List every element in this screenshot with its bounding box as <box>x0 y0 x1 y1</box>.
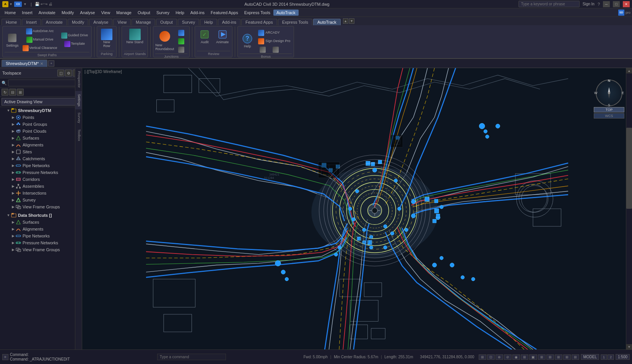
viewport-scrollbar[interactable]: ▲ ▼ <box>626 68 632 349</box>
tab-express[interactable]: Express Tools <box>278 19 312 25</box>
doc-tab-shrewsbury[interactable]: ShrewsburyDTM* ✕ <box>2 60 47 67</box>
tab-output[interactable]: Output <box>156 19 177 25</box>
tree-item-assemblies[interactable]: ▶ Assemblies <box>0 183 82 190</box>
side-tab-prospector[interactable]: Prospector <box>75 68 82 91</box>
menu-item-featured[interactable]: Featured Apps <box>208 10 241 16</box>
minimize-button[interactable]: ─ <box>603 1 610 7</box>
zoom-level[interactable]: 1:500 <box>616 354 630 360</box>
animate-button[interactable]: Animate <box>214 28 230 45</box>
tree-root-shrewsbury[interactable]: ▼ ShrewsburyDTM <box>0 107 82 114</box>
menu-item-modify[interactable]: Modify <box>58 10 77 16</box>
tab-featured[interactable]: Featured Apps <box>241 19 277 25</box>
menu-item-autotrack[interactable]: AutoTrack <box>273 10 299 16</box>
new-row-button[interactable]: NewRow <box>99 28 114 49</box>
layout-tab-2[interactable]: 2 <box>608 354 614 360</box>
tree-item-ds-pressure-networks[interactable]: ▶ Pressure Networks <box>0 239 82 246</box>
model-space-indicator[interactable]: MODEL <box>581 354 599 360</box>
menu-item-manage[interactable]: Manage <box>113 10 135 16</box>
tree-item-catchments[interactable]: ▶ Catchments <box>0 155 82 162</box>
arcady-button[interactable]: ARCADY <box>257 29 292 37</box>
tree-item-intersections[interactable]: ▶ Intersections <box>0 190 82 197</box>
menu-item-survey[interactable]: Survey <box>153 10 172 16</box>
tree-item-point-groups[interactable]: ▶ Point Groups <box>0 121 82 128</box>
tab-help[interactable]: Help <box>200 19 217 25</box>
toolspace-btn-2[interactable]: ⚙ <box>65 70 72 76</box>
compass-top-view[interactable]: TOP <box>594 107 624 112</box>
junction-btn-3[interactable] <box>175 46 187 54</box>
tab-view[interactable]: View <box>113 19 131 25</box>
side-tab-settings[interactable]: Settings <box>75 91 82 110</box>
menu-item-output[interactable]: Output <box>135 10 153 16</box>
tree-item-data-shortcuts[interactable]: ▼ Data Shortcuts [] <box>0 212 82 219</box>
vertical-clearance-button[interactable]: Vertical Clearance <box>21 44 59 52</box>
status-qp-btn[interactable]: ⊞ <box>563 354 571 360</box>
help-extra-1[interactable] <box>257 46 269 54</box>
tree-item-ds-alignments[interactable]: ▶ Alignments <box>0 226 82 232</box>
tab-analyse[interactable]: Analyse <box>89 19 112 25</box>
tree-item-pipe-networks[interactable]: ▶ Pipe Networks <box>0 162 82 169</box>
menu-item-home[interactable]: Home <box>2 10 19 16</box>
new-roundabout-button[interactable] <box>158 30 172 42</box>
status-otrack-btn[interactable]: ⊞ <box>521 354 528 360</box>
new-stand-button[interactable]: New Stand <box>125 28 145 45</box>
tab-manage[interactable]: Manage <box>132 19 155 25</box>
status-menu-button[interactable]: ≡ <box>2 354 8 360</box>
tree-item-sites[interactable]: ▶ Sites <box>0 148 82 155</box>
command-input[interactable] <box>157 354 226 360</box>
status-lw-btn[interactable]: ⊞ <box>546 354 554 360</box>
ts-collapse-btn[interactable]: ⊟ <box>9 89 16 96</box>
side-tab-survey[interactable]: Survey <box>75 109 82 126</box>
menu-item-addins[interactable]: Add-ins <box>187 10 208 16</box>
sign-design-pro-button[interactable]: Sign Design Pro <box>257 37 292 45</box>
tab-autotrack[interactable]: AutoTrack <box>313 19 341 25</box>
tree-item-points[interactable]: ▶ Points <box>0 114 82 121</box>
menu-item-analyse[interactable]: Analyse <box>77 10 98 16</box>
doc-tab-close[interactable]: ✕ <box>40 62 43 66</box>
audit-button[interactable]: ✓ Audit <box>197 28 212 45</box>
tab-annotate[interactable]: Annotate <box>42 19 67 25</box>
close-button[interactable]: ✕ <box>623 1 630 7</box>
new-tab-button[interactable]: + <box>48 60 54 67</box>
status-ortho-btn[interactable]: ⊕ <box>496 354 503 360</box>
tree-expander-root[interactable]: ▼ <box>6 109 11 112</box>
manual-drive-button[interactable]: Manual Drive <box>21 36 59 44</box>
menu-item-view[interactable]: View <box>98 10 113 16</box>
toolspace-search-input[interactable] <box>8 80 80 86</box>
tree-item-ds-surfaces[interactable]: ▶ Surfaces <box>0 219 82 226</box>
viewport[interactable]: [-][Top][3D Wireframe] <box>82 68 632 349</box>
tree-item-surfaces[interactable]: ▶ Surfaces <box>0 135 82 141</box>
status-dyn-btn[interactable]: ⊞ <box>538 354 546 360</box>
tab-home[interactable]: Home <box>2 19 21 25</box>
tab-insert[interactable]: Insert <box>22 19 41 25</box>
tree-item-view-frame-groups[interactable]: ▶ View Frame Groups <box>0 203 82 210</box>
menu-item-express[interactable]: Express Tools <box>241 10 273 16</box>
status-tp-btn[interactable]: ⊞ <box>555 354 562 360</box>
ts-refresh-btn[interactable]: ↻ <box>2 89 8 96</box>
tree-item-ds-pipe-networks[interactable]: ▶ Pipe Networks <box>0 232 82 239</box>
guided-drive-button[interactable]: Guided Drive <box>60 32 90 39</box>
tab-addins[interactable]: Add-ins <box>218 19 240 25</box>
status-grid-btn[interactable]: ⊡ <box>487 354 495 360</box>
tree-item-point-clouds[interactable]: ▶ Point Clouds <box>0 128 82 135</box>
autodrive-arc-button[interactable]: AutoDrive Arc <box>21 28 59 35</box>
help-extra-2[interactable] <box>270 46 282 54</box>
tree-item-corridors[interactable]: ▶ Corridors <box>0 176 82 183</box>
active-view-select[interactable]: Active Drawing View Master View Survey <box>2 98 80 106</box>
toolspace-btn-1[interactable]: ◫ <box>57 70 64 76</box>
settings-button[interactable]: Settings <box>5 31 20 49</box>
layout-tab-1[interactable]: 1 <box>601 354 607 360</box>
tab-modify[interactable]: Modify <box>68 19 88 25</box>
maximize-button[interactable]: □ <box>613 1 620 7</box>
menu-item-help[interactable]: Help <box>172 10 187 16</box>
junction-btn-1[interactable] <box>175 29 187 37</box>
sign-in-button[interactable]: Sign In <box>583 2 595 6</box>
status-osnap-btn[interactable]: ◉ <box>512 354 520 360</box>
menu-item-annotate[interactable]: Annotate <box>36 10 58 16</box>
tab-survey[interactable]: Survey <box>178 19 199 25</box>
tree-item-survey[interactable]: ▶ Survey <box>0 197 82 203</box>
tree-item-ds-view-frame-groups[interactable]: ▶ View Frame Groups <box>0 246 82 253</box>
status-snap-btn[interactable]: ⊞ <box>479 354 486 360</box>
side-tab-toolbox[interactable]: Toolbox <box>75 126 82 144</box>
status-polar-btn[interactable]: ⊘ <box>504 354 512 360</box>
menu-item-insert[interactable]: Insert <box>19 10 36 16</box>
